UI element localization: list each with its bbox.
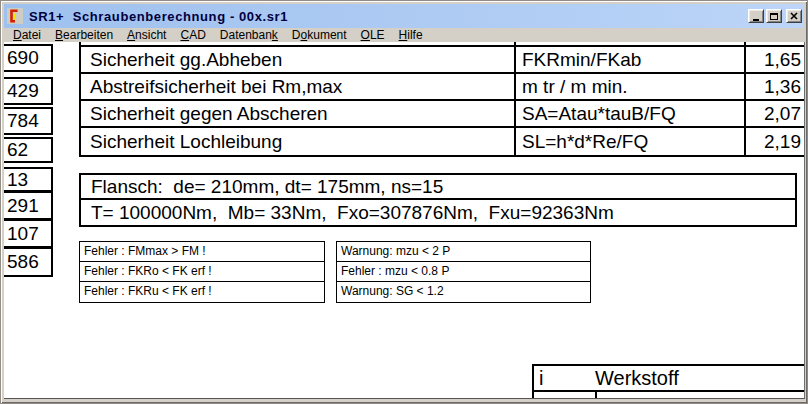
flange-load-line: T= 100000Nm, Mb= 33Nm, Fxo=307876Nm, Fxu… <box>81 200 795 225</box>
warning-message-box: Warnung: mzu < 2 P Fehler : mzu < 0.8 P … <box>336 241 591 303</box>
warning-message: Fehler : mzu < 0.8 P <box>337 262 590 282</box>
window-controls <box>748 9 802 23</box>
table-row: Sicherheit gegen Abscheren SA=Atau*tauB/… <box>81 101 805 128</box>
menu-item-datenbank[interactable]: Datenbank <box>213 28 285 42</box>
error-message: Fehler : FKRu < FK erf ! <box>80 282 324 302</box>
left-value: 690 <box>7 47 39 69</box>
result-label: Sicherheit Lochleibung <box>81 128 516 155</box>
safety-results-table: Sicherheit gg.Abheben FKRmin/FKab 1,65 A… <box>79 45 805 157</box>
warning-message: Warnung: SG < 1.2 <box>337 282 590 302</box>
menu-bar: Datei Bearbeiten Ansicht CAD Datenbank D… <box>4 28 804 42</box>
result-value: 2,19 <box>746 128 805 155</box>
document-area: 690 429 784 62 13 291 107 586 Sicherheit… <box>4 42 805 399</box>
table-row: Sicherheit Lochleibung SL=h*d*Re/FQ 2,19 <box>81 128 805 155</box>
menu-item-ole[interactable]: OLE <box>354 28 392 42</box>
menu-item-cad[interactable]: CAD <box>173 28 212 42</box>
left-value-cell: 690 <box>4 44 53 72</box>
close-button[interactable] <box>786 9 802 23</box>
left-value-cell: 784 <box>4 107 53 135</box>
table-row: Sicherheit gg.Abheben FKRmin/FKab 1,65 <box>81 47 805 74</box>
close-icon <box>790 12 798 20</box>
flange-info-box: Flansch: de= 210mm, dt= 175mm, ns=15 T= … <box>79 173 797 227</box>
result-formula: m tr / m min. <box>516 74 746 99</box>
result-value: 2,07 <box>746 101 805 126</box>
material-index-header: i <box>534 367 593 390</box>
minimize-icon <box>753 19 759 21</box>
left-value: 429 <box>7 80 39 102</box>
result-label: Abstreifsicherheit bei Rm,max <box>81 74 516 99</box>
material-table-header: i Werkstoff <box>534 366 805 392</box>
result-value: 1,36 <box>746 74 805 99</box>
left-value: 107 <box>7 223 39 245</box>
error-message: Fehler : FKRo < FK erf ! <box>80 262 324 282</box>
warning-message: Warnung: mzu < 2 P <box>337 242 590 262</box>
menu-item-ansicht[interactable]: Ansicht <box>120 28 173 42</box>
result-label: Sicherheit gg.Abheben <box>81 47 516 72</box>
error-message-box: Fehler : FMmax > FM ! Fehler : FKRo < FK… <box>79 241 325 303</box>
left-value-cell: 107 <box>4 219 53 248</box>
left-value: 291 <box>7 195 39 217</box>
menu-item-dokument[interactable]: Dokument <box>285 28 354 42</box>
left-value-cell: 291 <box>4 191 53 220</box>
result-label: Sicherheit gegen Abscheren <box>81 101 516 126</box>
left-value: 784 <box>7 110 39 132</box>
maximize-button[interactable] <box>766 9 782 23</box>
material-table: i Werkstoff <box>532 364 805 399</box>
maximize-icon <box>770 13 778 20</box>
flange-geometry-line: Flansch: de= 210mm, dt= 175mm, ns=15 <box>81 175 795 200</box>
left-value-cell: 13 <box>4 167 53 192</box>
result-formula: SL=h*d*Re/FQ <box>516 128 746 155</box>
left-value: 13 <box>7 169 28 191</box>
material-index-cell <box>534 392 597 399</box>
result-formula: FKRmin/FKab <box>516 47 746 72</box>
app-window: SR1+ Schraubenberechnung - 00x.sr1 Datei… <box>0 0 808 404</box>
left-value-cell: 429 <box>4 77 53 105</box>
left-value: 586 <box>7 251 39 273</box>
app-icon <box>7 8 23 24</box>
menu-item-datei[interactable]: Datei <box>6 28 48 42</box>
result-formula: SA=Atau*tauB/FQ <box>516 101 746 126</box>
menu-item-hilfe[interactable]: Hilfe <box>392 28 430 42</box>
result-value: 1,65 <box>746 47 805 72</box>
left-value-cell: 586 <box>4 247 53 277</box>
table-row: Abstreifsicherheit bei Rm,max m tr / m m… <box>81 74 805 101</box>
material-name-header: Werkstoff <box>593 367 679 390</box>
left-value-cell: 62 <box>4 137 53 163</box>
left-value: 62 <box>7 139 28 161</box>
minimize-button[interactable] <box>748 9 764 23</box>
material-table-partial-row <box>534 392 805 399</box>
error-message: Fehler : FMmax > FM ! <box>80 242 324 262</box>
app-icon-glyph <box>8 9 22 23</box>
menu-item-bearbeiten[interactable]: Bearbeiten <box>48 28 120 42</box>
title-bar: SR1+ Schraubenberechnung - 00x.sr1 <box>4 4 804 28</box>
window-title: SR1+ Schraubenberechnung - 00x.sr1 <box>29 9 748 24</box>
